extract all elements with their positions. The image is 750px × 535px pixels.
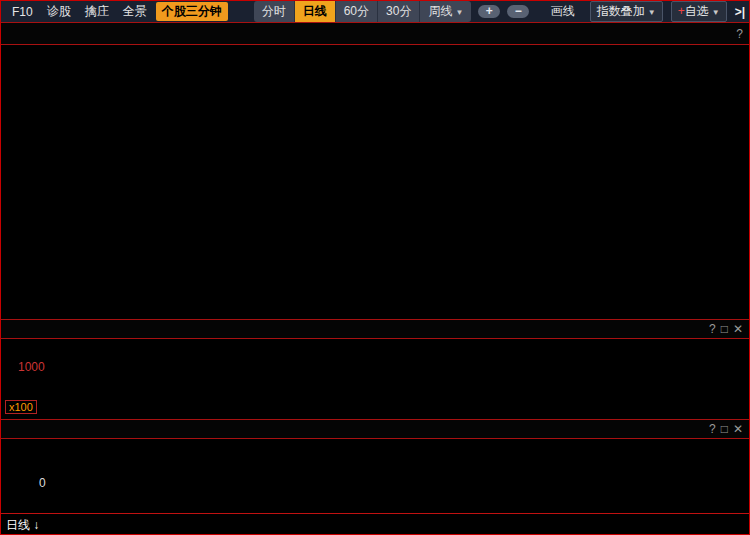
tab-60min[interactable]: 60分 (336, 1, 378, 22)
add-watchlist-button[interactable]: +自选▼ (671, 1, 727, 22)
maximize-icon[interactable]: □ (721, 422, 728, 436)
help-icon[interactable]: ? (736, 27, 743, 41)
stock-3min-button[interactable]: 个股三分钟 (156, 2, 228, 21)
index-overlay-button[interactable]: 指数叠加▼ (590, 1, 663, 22)
top-toolbar: F10 诊股 擒庄 全景 个股三分钟 分时 日线 60分 30分 周线▼ + −… (1, 1, 749, 23)
macd-zero-label: 0 (39, 476, 46, 490)
vol-pane-icons: ? □ ✕ (704, 320, 743, 338)
zoom-in-button[interactable]: + (478, 5, 500, 18)
macd-pane-icons: ? □ ✕ (704, 420, 743, 438)
tab-minute[interactable]: 分时 (254, 1, 295, 22)
ma-indicator-header: ? (1, 23, 749, 45)
macd-indicator-header: ? □ ✕ (1, 419, 749, 439)
maximize-icon[interactable]: □ (721, 322, 728, 336)
period-tabs: 分时 日线 60分 30分 周线▼ (254, 1, 472, 22)
main-pane-icons: ? (731, 23, 743, 44)
menu-overview[interactable]: 全景 (116, 3, 154, 20)
vol-indicator-header: ? □ ✕ (1, 319, 749, 339)
date-axis: 日线 ↓ (1, 513, 749, 535)
volume-chart[interactable] (1, 339, 750, 419)
macd-chart[interactable] (1, 439, 750, 513)
close-icon[interactable]: ✕ (733, 422, 743, 436)
tab-daily[interactable]: 日线 (295, 1, 336, 22)
tab-30min[interactable]: 30分 (378, 1, 420, 22)
menu-diagnose[interactable]: 诊股 (40, 3, 78, 20)
period-indicator[interactable]: 日线 ↓ (6, 517, 39, 534)
toolbar-right: 画线 指数叠加▼ +自选▼ >| (544, 1, 745, 22)
draw-line-button[interactable]: 画线 (544, 3, 582, 20)
menu-f10[interactable]: F10 (5, 5, 40, 19)
volume-scale-badge: x100 (5, 400, 37, 414)
zoom-out-button[interactable]: − (507, 5, 529, 18)
help-icon[interactable]: ? (709, 322, 716, 336)
tab-weekly[interactable]: 周线▼ (420, 1, 471, 22)
volume-axis-label: 1000 (18, 360, 45, 374)
stock-chart-window: F10 诊股 擒庄 全景 个股三分钟 分时 日线 60分 30分 周线▼ + −… (0, 0, 750, 535)
down-arrow-icon: ↓ (33, 518, 39, 532)
chevron-down-icon: ▼ (648, 8, 656, 17)
chevron-down-icon: ▼ (455, 8, 463, 17)
menu-qinzhuang[interactable]: 擒庄 (78, 3, 116, 20)
chevron-down-icon: ▼ (712, 8, 720, 17)
close-icon[interactable]: ✕ (733, 322, 743, 336)
collapse-panel-icon[interactable]: >| (735, 5, 745, 19)
main-price-chart[interactable] (1, 45, 750, 319)
help-icon[interactable]: ? (709, 422, 716, 436)
